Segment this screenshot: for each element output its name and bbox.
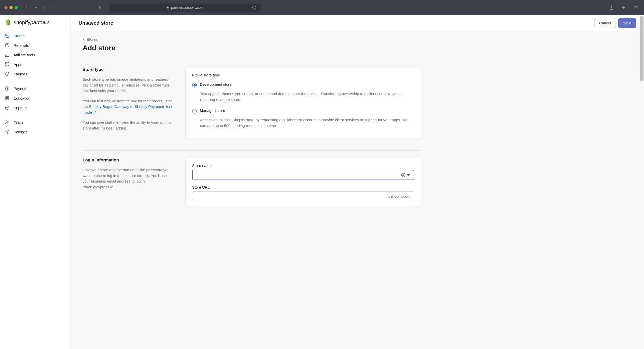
chevron-down-icon[interactable] [34, 4, 38, 11]
radio-indicator [192, 83, 197, 88]
svg-point-22 [6, 108, 7, 108]
sidebar-toggle-icon[interactable] [25, 4, 32, 11]
radio-development-store[interactable]: Development store [192, 81, 414, 89]
sidebar-item-support[interactable]: Support [0, 103, 70, 112]
nav-label: Apps [14, 62, 22, 67]
svg-rect-18 [6, 96, 9, 100]
svg-rect-12 [6, 63, 7, 64]
shield-icon[interactable] [97, 4, 104, 11]
lock-icon [166, 6, 169, 10]
maximize-window-button[interactable] [15, 6, 18, 9]
save-button[interactable]: Save [618, 18, 636, 28]
browser-chrome: partners.shopify.com [0, 0, 644, 15]
minimize-window-button[interactable] [10, 6, 13, 9]
traffic-lights [5, 6, 18, 9]
store-url-field: .myshopify.com [192, 191, 414, 201]
svg-rect-0 [27, 6, 30, 9]
section-desc: Give your store a name and enter the pas… [83, 167, 173, 190]
section-login-info: Login information Give your store a name… [83, 150, 421, 214]
svg-rect-13 [8, 63, 9, 64]
sidebar-item-stores[interactable]: Stores [0, 31, 70, 40]
section-store-type: Store type Each store type has unique li… [83, 60, 421, 145]
forward-button[interactable] [49, 4, 57, 11]
shopify-logo-icon [5, 19, 12, 26]
svg-rect-2 [167, 7, 169, 8]
gateway-link[interactable]: Shopify Bogus Gateway or Shopify Payment… [83, 104, 172, 114]
section-desc-1: Each store type has unique limitations a… [83, 77, 173, 94]
store-url-label: Store URL [192, 185, 414, 189]
apps-icon [5, 62, 10, 67]
payouts-icon [5, 86, 10, 91]
radio-indicator [192, 109, 197, 114]
sidebar-item-themes[interactable]: Themes [0, 69, 70, 79]
sidebar-item-affiliate-tools[interactable]: Affiliate tools [0, 50, 70, 60]
nav-label: Referrals [14, 43, 29, 48]
new-tab-icon[interactable] [620, 4, 627, 11]
store-name-input[interactable] [192, 170, 414, 180]
svg-point-26 [8, 121, 9, 122]
svg-point-29 [403, 173, 404, 175]
nav-label: Team [14, 120, 23, 124]
store-type-card: Pick a store type Development store Test… [185, 67, 421, 138]
radio-label: Development store [200, 82, 232, 86]
chevron-left-icon [83, 38, 85, 41]
section-desc-3: You can give staff members the ability t… [83, 120, 173, 131]
sidebar-item-education[interactable]: Education [0, 93, 70, 103]
svg-point-25 [6, 121, 7, 122]
url-suffix: .myshopify.com [381, 192, 414, 201]
url-text: partners.shopify.com [171, 6, 204, 10]
topbar: Unsaved store Cancel Save [70, 15, 644, 31]
store-url-input[interactable] [192, 192, 381, 201]
address-bar[interactable]: partners.shopify.com [109, 4, 261, 12]
nav-label: Payouts [14, 86, 27, 91]
svg-marker-31 [407, 174, 410, 176]
team-icon [5, 119, 10, 125]
tabs-icon[interactable] [632, 4, 639, 11]
nav-label: Education [14, 96, 30, 100]
share-icon[interactable] [608, 4, 615, 11]
nav-label: Themes [14, 72, 27, 76]
section-heading: Login information [83, 158, 173, 163]
breadcrumb-label: Stores [87, 37, 97, 41]
sidebar-item-payouts[interactable]: Payouts [0, 84, 70, 93]
reload-icon[interactable] [251, 4, 258, 11]
sidebar-item-team[interactable]: Team [0, 117, 70, 127]
section-heading: Store type [83, 67, 173, 72]
cancel-button[interactable]: Cancel [594, 18, 616, 28]
chart-icon [5, 52, 10, 58]
radio-managed-store[interactable]: Managed store [192, 107, 414, 115]
sidebar-item-apps[interactable]: Apps [0, 60, 70, 69]
radio-desc: Test apps or themes you create, or set u… [200, 91, 414, 102]
logo-text: shopifypartners [14, 19, 50, 25]
sidebar-item-referrals[interactable]: Referrals [0, 40, 70, 50]
scrollbar[interactable] [640, 16, 643, 81]
radio-desc: Access an existing Shopify store by requ… [200, 117, 414, 128]
page-status-title: Unsaved store [79, 20, 113, 26]
store-name-label: Store name [192, 163, 414, 168]
back-button[interactable] [40, 4, 47, 11]
breadcrumb[interactable]: Stores [83, 37, 97, 41]
svg-point-24 [8, 108, 8, 108]
login-card: Store name Store URL .myshopify.com [185, 158, 421, 207]
education-icon [5, 95, 10, 101]
nav-label: Stores [14, 34, 24, 38]
main-content: Unsaved store Cancel Save Stores Add sto… [70, 15, 644, 349]
radio-label: Managed store [200, 108, 225, 113]
svg-point-27 [7, 131, 8, 133]
svg-rect-6 [635, 7, 637, 9]
section-desc-2: You can test how customers pay for their… [83, 98, 173, 115]
page-title: Add store [83, 44, 421, 52]
close-window-button[interactable] [5, 6, 8, 9]
sidebar-item-settings[interactable]: Settings [0, 127, 70, 137]
svg-rect-14 [6, 65, 7, 66]
nav-label: Support [14, 106, 27, 110]
nav-label: Affiliate tools [14, 53, 35, 57]
sidebar: shopifypartners Stores Referrals Affilia… [0, 15, 70, 349]
card-heading: Pick a store type [192, 73, 414, 77]
contacts-dropdown-icon[interactable] [401, 173, 411, 177]
referrals-icon [5, 42, 10, 48]
external-link-icon [94, 110, 97, 113]
support-icon [5, 105, 10, 110]
svg-point-7 [6, 43, 9, 47]
logo[interactable]: shopifypartners [0, 19, 70, 31]
